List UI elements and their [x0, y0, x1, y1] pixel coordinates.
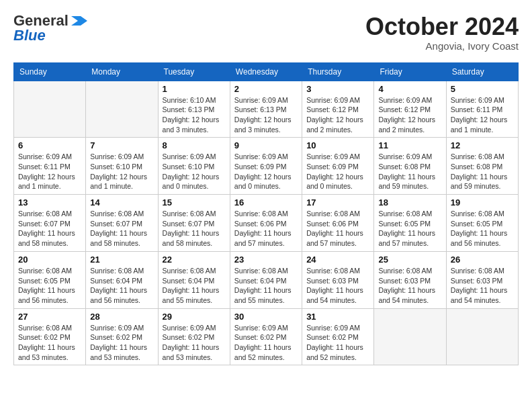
calendar-week-4: 27Sunrise: 6:08 AM Sunset: 6:02 PM Dayli…: [14, 308, 519, 365]
calendar-week-0: 1Sunrise: 6:10 AM Sunset: 6:13 PM Daylig…: [14, 81, 519, 138]
day-number: 12: [451, 140, 514, 150]
day-info: Sunrise: 6:09 AM Sunset: 6:13 PM Dayligh…: [234, 95, 298, 135]
logo-general: General: [13, 13, 69, 28]
location: Angovia, Ivory Coast: [365, 40, 519, 52]
day-number: 1: [163, 84, 226, 94]
calendar-cell: [374, 308, 446, 365]
calendar-cell: [446, 308, 518, 365]
day-info: Sunrise: 6:08 AM Sunset: 6:07 PM Dayligh…: [18, 209, 81, 248]
day-info: Sunrise: 6:09 AM Sunset: 6:09 PM Dayligh…: [234, 152, 298, 191]
calendar-header-tuesday: Tuesday: [158, 62, 230, 81]
day-info: Sunrise: 6:08 AM Sunset: 6:04 PM Dayligh…: [163, 266, 226, 306]
day-info: Sunrise: 6:09 AM Sunset: 6:10 PM Dayligh…: [163, 152, 226, 191]
calendar-cell: 2Sunrise: 6:09 AM Sunset: 6:13 PM Daylig…: [230, 81, 302, 138]
logo-blue: Blue: [13, 28, 46, 43]
day-number: 29: [163, 312, 226, 322]
day-info: Sunrise: 6:08 AM Sunset: 6:03 PM Dayligh…: [378, 266, 441, 306]
day-info: Sunrise: 6:08 AM Sunset: 6:08 PM Dayligh…: [451, 152, 514, 191]
day-number: 21: [90, 255, 153, 265]
day-info: Sunrise: 6:09 AM Sunset: 6:02 PM Dayligh…: [90, 323, 153, 363]
calendar-cell: 5Sunrise: 6:09 AM Sunset: 6:11 PM Daylig…: [446, 81, 518, 138]
day-number: 22: [163, 255, 226, 265]
day-info: Sunrise: 6:08 AM Sunset: 6:05 PM Dayligh…: [378, 209, 441, 248]
calendar-cell: 9Sunrise: 6:09 AM Sunset: 6:09 PM Daylig…: [230, 138, 302, 195]
calendar-cell: 1Sunrise: 6:10 AM Sunset: 6:13 PM Daylig…: [158, 81, 230, 138]
day-info: Sunrise: 6:09 AM Sunset: 6:11 PM Dayligh…: [451, 95, 514, 135]
day-info: Sunrise: 6:09 AM Sunset: 6:12 PM Dayligh…: [306, 95, 369, 135]
calendar-cell: 17Sunrise: 6:08 AM Sunset: 6:06 PM Dayli…: [302, 195, 374, 252]
calendar-cell: 4Sunrise: 6:09 AM Sunset: 6:12 PM Daylig…: [374, 81, 446, 138]
calendar-cell: 24Sunrise: 6:08 AM Sunset: 6:03 PM Dayli…: [302, 251, 374, 308]
calendar-cell: 8Sunrise: 6:09 AM Sunset: 6:10 PM Daylig…: [158, 138, 230, 195]
svg-marker-0: [71, 16, 87, 26]
calendar-cell: 29Sunrise: 6:09 AM Sunset: 6:02 PM Dayli…: [158, 308, 230, 365]
day-number: 27: [18, 312, 81, 322]
day-info: Sunrise: 6:09 AM Sunset: 6:09 PM Dayligh…: [306, 152, 369, 191]
calendar-week-2: 13Sunrise: 6:08 AM Sunset: 6:07 PM Dayli…: [14, 195, 519, 252]
calendar-cell: 31Sunrise: 6:09 AM Sunset: 6:02 PM Dayli…: [302, 308, 374, 365]
calendar-cell: 3Sunrise: 6:09 AM Sunset: 6:12 PM Daylig…: [302, 81, 374, 138]
day-number: 11: [378, 140, 441, 150]
day-info: Sunrise: 6:08 AM Sunset: 6:03 PM Dayligh…: [451, 266, 514, 306]
calendar-cell: 13Sunrise: 6:08 AM Sunset: 6:07 PM Dayli…: [14, 195, 86, 252]
day-number: 2: [234, 84, 298, 94]
calendar-cell: 20Sunrise: 6:08 AM Sunset: 6:05 PM Dayli…: [14, 251, 86, 308]
day-number: 20: [18, 255, 81, 265]
day-info: Sunrise: 6:08 AM Sunset: 6:06 PM Dayligh…: [306, 209, 369, 248]
calendar-cell: 7Sunrise: 6:09 AM Sunset: 6:10 PM Daylig…: [86, 138, 158, 195]
calendar-cell: 15Sunrise: 6:08 AM Sunset: 6:07 PM Dayli…: [158, 195, 230, 252]
logo: General Blue: [13, 13, 87, 43]
calendar-cell: 27Sunrise: 6:08 AM Sunset: 6:02 PM Dayli…: [14, 308, 86, 365]
calendar-body: 1Sunrise: 6:10 AM Sunset: 6:13 PM Daylig…: [14, 81, 519, 365]
calendar-table: SundayMondayTuesdayWednesdayThursdayFrid…: [13, 62, 519, 366]
calendar-cell: 26Sunrise: 6:08 AM Sunset: 6:03 PM Dayli…: [446, 251, 518, 308]
day-number: 24: [306, 255, 369, 265]
day-number: 4: [378, 84, 441, 94]
calendar-cell: 16Sunrise: 6:08 AM Sunset: 6:06 PM Dayli…: [230, 195, 302, 252]
day-info: Sunrise: 6:10 AM Sunset: 6:13 PM Dayligh…: [163, 95, 226, 135]
calendar-cell: 19Sunrise: 6:08 AM Sunset: 6:05 PM Dayli…: [446, 195, 518, 252]
day-number: 31: [306, 312, 369, 322]
calendar-cell: 28Sunrise: 6:09 AM Sunset: 6:02 PM Dayli…: [86, 308, 158, 365]
day-number: 14: [90, 197, 153, 208]
day-number: 10: [306, 140, 369, 150]
calendar-cell: 12Sunrise: 6:08 AM Sunset: 6:08 PM Dayli…: [446, 138, 518, 195]
day-info: Sunrise: 6:08 AM Sunset: 6:02 PM Dayligh…: [18, 323, 81, 363]
calendar-header-thursday: Thursday: [302, 62, 374, 81]
day-info: Sunrise: 6:08 AM Sunset: 6:05 PM Dayligh…: [451, 209, 514, 248]
calendar-cell: 22Sunrise: 6:08 AM Sunset: 6:04 PM Dayli…: [158, 251, 230, 308]
day-number: 7: [90, 140, 153, 150]
day-info: Sunrise: 6:08 AM Sunset: 6:04 PM Dayligh…: [234, 266, 298, 306]
day-number: 13: [18, 197, 81, 208]
day-info: Sunrise: 6:09 AM Sunset: 6:08 PM Dayligh…: [378, 152, 441, 191]
day-number: 23: [234, 255, 298, 265]
calendar-cell: 30Sunrise: 6:09 AM Sunset: 6:02 PM Dayli…: [230, 308, 302, 365]
day-info: Sunrise: 6:08 AM Sunset: 6:06 PM Dayligh…: [234, 209, 298, 248]
page-header: General Blue October 2024 Angovia, Ivory…: [13, 13, 519, 52]
calendar-cell: [86, 81, 158, 138]
day-info: Sunrise: 6:08 AM Sunset: 6:03 PM Dayligh…: [306, 266, 369, 306]
day-number: 16: [234, 197, 298, 208]
day-number: 28: [90, 312, 153, 322]
day-number: 30: [234, 312, 298, 322]
calendar-header-sunday: Sunday: [14, 62, 86, 81]
day-info: Sunrise: 6:09 AM Sunset: 6:02 PM Dayligh…: [234, 323, 298, 363]
calendar-week-1: 6Sunrise: 6:09 AM Sunset: 6:11 PM Daylig…: [14, 138, 519, 195]
calendar-cell: 14Sunrise: 6:08 AM Sunset: 6:07 PM Dayli…: [86, 195, 158, 252]
day-info: Sunrise: 6:09 AM Sunset: 6:12 PM Dayligh…: [378, 95, 441, 135]
day-number: 6: [18, 140, 81, 150]
day-number: 5: [451, 84, 514, 94]
calendar-week-3: 20Sunrise: 6:08 AM Sunset: 6:05 PM Dayli…: [14, 251, 519, 308]
calendar-cell: [14, 81, 86, 138]
logo-icon: [71, 16, 87, 26]
day-number: 26: [451, 255, 514, 265]
calendar-cell: 21Sunrise: 6:08 AM Sunset: 6:04 PM Dayli…: [86, 251, 158, 308]
calendar-cell: 18Sunrise: 6:08 AM Sunset: 6:05 PM Dayli…: [374, 195, 446, 252]
calendar-header-wednesday: Wednesday: [230, 62, 302, 81]
calendar-header-row: SundayMondayTuesdayWednesdayThursdayFrid…: [14, 62, 519, 81]
calendar-cell: 23Sunrise: 6:08 AM Sunset: 6:04 PM Dayli…: [230, 251, 302, 308]
day-number: 25: [378, 255, 441, 265]
day-info: Sunrise: 6:09 AM Sunset: 6:02 PM Dayligh…: [163, 323, 226, 363]
day-number: 17: [306, 197, 369, 208]
day-number: 8: [163, 140, 226, 150]
